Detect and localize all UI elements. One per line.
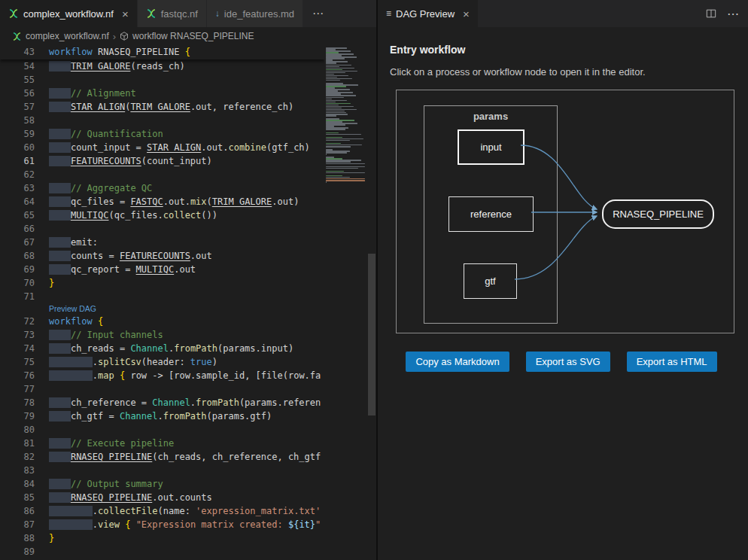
code-line-55[interactable]: 55 bbox=[0, 73, 324, 87]
line-number: 70 bbox=[0, 276, 35, 290]
code-line-61[interactable]: 61 FEATURECOUNTS(count_input) bbox=[0, 154, 324, 168]
code-text: qc_report = MULTIQC.out bbox=[35, 263, 196, 276]
line-number: 75 bbox=[0, 355, 35, 369]
code-line-83[interactable]: 83 bbox=[0, 464, 324, 477]
line-number: 63 bbox=[0, 181, 35, 195]
code-line-64[interactable]: 64 qc_files = FASTQC.out.mix(TRIM_GALORE… bbox=[0, 195, 324, 208]
code-line-70[interactable]: 70} bbox=[0, 276, 324, 290]
code-line-77[interactable]: 77 bbox=[0, 382, 324, 396]
node-rnaseq-pipeline[interactable]: RNASEQ_PIPELINE bbox=[602, 199, 714, 229]
code-text: // Quantification bbox=[35, 127, 163, 141]
code-text bbox=[35, 290, 49, 303]
copy-as-markdown-button[interactable]: Copy as Markdown bbox=[406, 352, 509, 372]
code-line-58[interactable]: 58 bbox=[0, 114, 324, 127]
line-number: 71 bbox=[0, 290, 35, 303]
export-as-html-button[interactable]: Export as HTML bbox=[627, 352, 717, 372]
code-line-74[interactable]: 74 ch_reads = Channel.fromPath(params.in… bbox=[0, 342, 324, 355]
split-editor-icon[interactable] bbox=[706, 8, 716, 19]
dag-canvas: params inputreferencegtf RNASEQ_PIPELINE bbox=[396, 90, 734, 333]
code-line-68[interactable]: 68 counts = FEATURECOUNTS.out bbox=[0, 249, 324, 263]
panel-tab-label: DAG Preview bbox=[396, 8, 455, 20]
code-line-69[interactable]: 69 qc_report = MULTIQC.out bbox=[0, 263, 324, 276]
line-number: 89 bbox=[0, 545, 35, 558]
code-line-79[interactable]: 79 ch_gtf = Channel.fromPath(params.gtf) bbox=[0, 409, 324, 423]
scrollbar-slider[interactable] bbox=[368, 254, 376, 415]
code-line-62[interactable]: 62 bbox=[0, 168, 324, 181]
code-line-71[interactable]: 71 bbox=[0, 290, 324, 303]
code-line-67[interactable]: 67 emit: bbox=[0, 236, 324, 249]
workbench: complex_workflow.nf×fastqc.nf↓ide_featur… bbox=[0, 0, 748, 560]
breadcrumb-symbol[interactable]: workflow RNASEQ_PIPELINE bbox=[132, 31, 254, 41]
close-tab-icon[interactable]: × bbox=[122, 8, 129, 20]
code-line-63[interactable]: 63 // Aggregate QC bbox=[0, 181, 324, 195]
code-text: ch_reference = Channel.fromPath(params.r… bbox=[35, 396, 321, 409]
line-number: 73 bbox=[0, 328, 35, 342]
panel-tabbar-spacer bbox=[479, 0, 697, 27]
editor-group: complex_workflow.nf×fastqc.nf↓ide_featur… bbox=[0, 0, 378, 560]
tab-dag-preview[interactable]: ≡ DAG Preview × bbox=[378, 0, 479, 27]
code-line-59[interactable]: 59 // Quantification bbox=[0, 127, 324, 141]
code-line-73[interactable]: 73 // Input channels bbox=[0, 328, 324, 342]
line-number: 61 bbox=[0, 154, 35, 168]
code-text: workflow { bbox=[35, 315, 103, 328]
code-line-54[interactable]: 54 TRIM_GALORE(reads_ch) bbox=[0, 59, 324, 73]
editor: 43 workflow RNASEQ_PIPELINE { 54 TRIM_GA… bbox=[0, 45, 376, 560]
more-actions-icon[interactable]: ⋯ bbox=[727, 7, 739, 21]
code-text: FEATURECOUNTS(count_input) bbox=[35, 154, 212, 168]
editor-scrollbar[interactable] bbox=[367, 45, 376, 560]
line-number: 60 bbox=[0, 141, 35, 154]
line-number: 74 bbox=[0, 342, 35, 355]
code-line-82[interactable]: 82 RNASEQ_PIPELINE(ch_reads, ch_referenc… bbox=[0, 450, 324, 464]
code-line-56[interactable]: 56 // Alignment bbox=[0, 87, 324, 100]
tab-fastqc-nf[interactable]: fastqc.nf bbox=[138, 0, 207, 27]
tab-overflow-button[interactable]: ⋯ bbox=[303, 0, 333, 27]
line-number: 55 bbox=[0, 73, 35, 87]
code-line-89[interactable]: 89 bbox=[0, 545, 324, 558]
code-line-84[interactable]: 84 // Output summary bbox=[0, 477, 324, 491]
line-number: 83 bbox=[0, 464, 35, 477]
breadcrumb-file[interactable]: complex_workflow.nf bbox=[26, 31, 109, 41]
code-text: // Alignment bbox=[35, 87, 136, 100]
code-line-80[interactable]: 80 bbox=[0, 423, 324, 437]
line-number: 79 bbox=[0, 409, 35, 423]
export-as-svg-button[interactable]: Export as SVG bbox=[526, 352, 610, 372]
minimap[interactable] bbox=[324, 45, 367, 560]
tab-ide_features-md[interactable]: ↓ide_features.md bbox=[207, 0, 303, 27]
line-number: 81 bbox=[0, 437, 35, 450]
line-number: 68 bbox=[0, 249, 35, 263]
line-number: 59 bbox=[0, 127, 35, 141]
code-text: .collectFile(name: 'expression_matrix.tx… bbox=[35, 504, 321, 518]
code-line-81[interactable]: 81 // Execute pipeline bbox=[0, 437, 324, 450]
sticky-scroll-line[interactable]: 43 workflow RNASEQ_PIPELINE { bbox=[0, 45, 324, 59]
code-view[interactable]: 43 workflow RNASEQ_PIPELINE { 54 TRIM_GA… bbox=[0, 45, 324, 560]
code-line-60[interactable]: 60 count_input = STAR_ALIGN.out.combine(… bbox=[0, 141, 324, 154]
line-number: 56 bbox=[0, 87, 35, 100]
code-line-85[interactable]: 85 RNASEQ_PIPELINE.out.counts bbox=[0, 491, 324, 504]
line-number: 87 bbox=[0, 518, 35, 531]
code-line-66[interactable]: 66 bbox=[0, 222, 324, 236]
line-number: 69 bbox=[0, 263, 35, 276]
code-line-87[interactable]: 87 .view { "Expression matrix created: $… bbox=[0, 518, 324, 531]
close-tab-icon[interactable]: × bbox=[463, 8, 470, 20]
tab-complex_workflow-nf[interactable]: complex_workflow.nf× bbox=[0, 0, 138, 27]
code-text: MULTIQC(qc_files.collect()) bbox=[35, 208, 217, 222]
code-text: STAR_ALIGN(TRIM_GALORE.out, reference_ch… bbox=[35, 100, 293, 114]
code-line-57[interactable]: 57 STAR_ALIGN(TRIM_GALORE.out, reference… bbox=[0, 100, 324, 114]
symbol-cube-icon bbox=[120, 32, 129, 41]
code-text: // Execute pipeline bbox=[35, 437, 174, 450]
code-line-76[interactable]: 76 .map { row -> [row.sample_id, [file(r… bbox=[0, 369, 324, 382]
line-number: 58 bbox=[0, 114, 35, 127]
code-line-72[interactable]: 72workflow { bbox=[0, 315, 324, 328]
dag-preview-panel: ≡ DAG Preview × ⋯ Entry workflow Click o… bbox=[378, 0, 748, 560]
code-text: .map { row -> [row.sample_id, [file(row.… bbox=[35, 369, 321, 382]
code-text: TRIM_GALORE(reads_ch) bbox=[35, 59, 185, 73]
codelens-preview-dag[interactable]: Preview DAG bbox=[49, 303, 324, 315]
code-line-75[interactable]: 75 .splitCsv(header: true) bbox=[0, 355, 324, 369]
code-line-86[interactable]: 86 .collectFile(name: 'expression_matrix… bbox=[0, 504, 324, 518]
line-number: 80 bbox=[0, 423, 35, 437]
code-line-88[interactable]: 88} bbox=[0, 531, 324, 545]
code-line-65[interactable]: 65 MULTIQC(qc_files.collect()) bbox=[0, 208, 324, 222]
code-text: counts = FEATURECOUNTS.out bbox=[35, 249, 212, 263]
panel-actions: ⋯ bbox=[697, 0, 748, 27]
code-line-78[interactable]: 78 ch_reference = Channel.fromPath(param… bbox=[0, 396, 324, 409]
